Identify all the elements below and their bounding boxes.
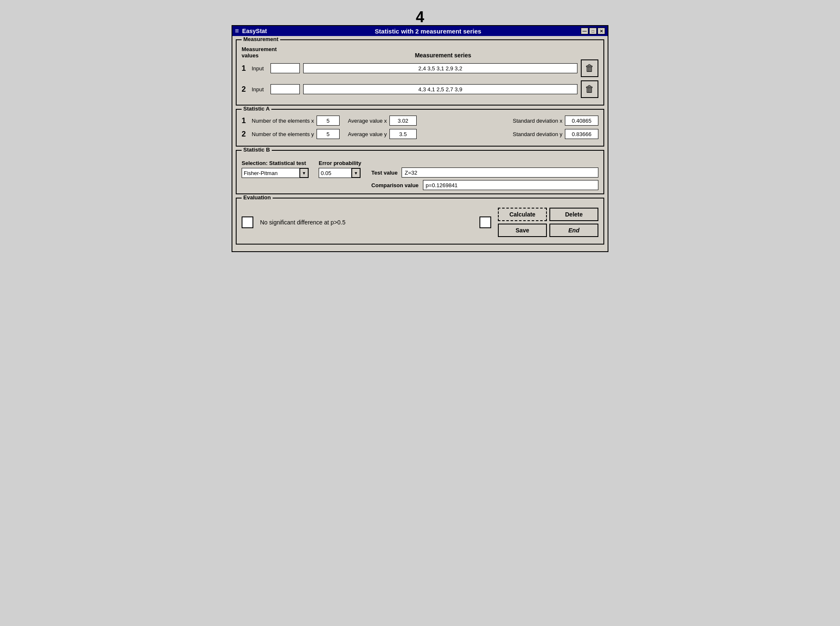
main-window: ≡ EasyStat Statistic with 2 measurement …: [232, 25, 608, 252]
end-button[interactable]: End: [549, 224, 598, 237]
stat-a-avg-y-input[interactable]: [389, 129, 417, 139]
error-prob-dropdown-arrow[interactable]: ▼: [351, 168, 361, 178]
row1-series-input[interactable]: [303, 63, 577, 73]
measurement-header: Measurement values Measurement series: [242, 46, 598, 59]
error-prob-dropdown[interactable]: 0.05 0.01: [319, 168, 352, 178]
eval-checkbox-left[interactable]: [242, 216, 253, 228]
stat-a-avg-label-x: Average value x: [348, 118, 387, 124]
measurement-row-2: 2 Input 🗑: [242, 80, 598, 98]
calculate-button[interactable]: Calculate: [498, 208, 547, 221]
stat-a-std-label-y: Standard deviation y: [513, 131, 562, 137]
error-prob-label: Error probability: [319, 160, 361, 166]
row2-delete-button[interactable]: 🗑: [581, 80, 598, 98]
minimize-button[interactable]: —: [581, 28, 588, 34]
stat-a-elem-label-y: Number of the elements y: [252, 131, 314, 137]
measurement-values-label-group: Measurement values: [242, 46, 309, 59]
statistic-a-title: Statistic A: [242, 106, 271, 112]
statistic-b-title: Statistic B: [242, 147, 272, 153]
row2-series-input[interactable]: [303, 84, 577, 94]
measurement-section: Measurement Measurement values Measureme…: [236, 39, 604, 106]
row1-delete-button[interactable]: 🗑: [581, 59, 598, 77]
stat-a-std-label-x: Standard deviation x: [513, 118, 562, 124]
evaluation-content: No significant difference at p>0.5 Calcu…: [242, 204, 598, 240]
statistic-b-section: Statistic B Selection: Statistical test …: [236, 150, 604, 194]
evaluation-section: Evaluation No significant difference at …: [236, 198, 604, 245]
row1-label: Input: [252, 65, 271, 72]
maximize-button[interactable]: □: [589, 28, 597, 34]
row2-label: Input: [252, 86, 271, 93]
window-title: Statistic with 2 measurement series: [276, 28, 581, 35]
measurement-label-line2: values: [242, 52, 309, 59]
evaluation-title: Evaluation: [242, 194, 273, 201]
stat-a-std-y-input[interactable]: [565, 129, 598, 139]
row2-small-input[interactable]: [271, 84, 300, 94]
measurement-section-title: Measurement: [242, 36, 280, 42]
stat-a-row-1: 1 Number of the elements x Average value…: [242, 116, 598, 126]
selection-dropdown-wrap: Fisher-Pitman T-Test Wilcoxon ▼: [242, 168, 309, 178]
selection-label: Selection: Statistical test: [242, 160, 309, 166]
selection-dropdown-arrow[interactable]: ▼: [299, 168, 309, 178]
app-name: EasyStat: [242, 28, 267, 34]
stat-a-elem-label-x: Number of the elements x: [252, 118, 314, 124]
eval-checkbox-right[interactable]: [479, 216, 491, 228]
measurement-header-spacer: [577, 46, 598, 59]
error-prob-dropdown-wrap: 0.05 0.01 ▼: [319, 168, 361, 178]
eval-text: No significant difference at p>0.5: [260, 219, 473, 226]
evaluation-buttons: Calculate Delete Save End: [498, 208, 598, 237]
stat-a-elem-y-input[interactable]: [317, 129, 340, 139]
measurement-row-1: 1 Input 🗑: [242, 59, 598, 77]
comparison-value-input[interactable]: [423, 180, 598, 190]
stat-a-row2-num: 2: [242, 130, 250, 139]
stat-a-avg-x-input[interactable]: [389, 116, 417, 126]
title-bar: ≡ EasyStat Statistic with 2 measurement …: [232, 26, 608, 36]
stat-a-row-2: 2 Number of the elements y Average value…: [242, 129, 598, 139]
row1-small-input[interactable]: [271, 63, 300, 73]
measurement-label-line1: Measurement: [242, 46, 309, 52]
test-value-label: Test value: [371, 170, 398, 176]
delete-button[interactable]: Delete: [549, 208, 598, 221]
stat-a-std-x-input[interactable]: [565, 116, 598, 126]
selection-dropdown[interactable]: Fisher-Pitman T-Test Wilcoxon: [242, 168, 300, 178]
close-button[interactable]: ✕: [598, 28, 605, 34]
stat-a-elem-x-input[interactable]: [317, 116, 340, 126]
save-button[interactable]: Save: [498, 224, 547, 237]
statistic-a-section: Statistic A 1 Number of the elements x A…: [236, 109, 604, 147]
stat-a-row1-num: 1: [242, 116, 250, 125]
app-logo-icon: ≡: [235, 27, 239, 35]
window-body: Measurement Measurement values Measureme…: [232, 36, 608, 251]
stat-a-avg-label-y: Average value y: [348, 131, 387, 137]
test-value-input[interactable]: [402, 167, 598, 178]
page-number: 4: [416, 8, 424, 26]
window-controls: — □ ✕: [581, 28, 605, 34]
measurement-series-label: Measurement series: [309, 52, 577, 59]
row1-number: 1: [242, 64, 250, 73]
row2-number: 2: [242, 85, 250, 94]
comparison-label: Comparison value: [371, 182, 419, 188]
